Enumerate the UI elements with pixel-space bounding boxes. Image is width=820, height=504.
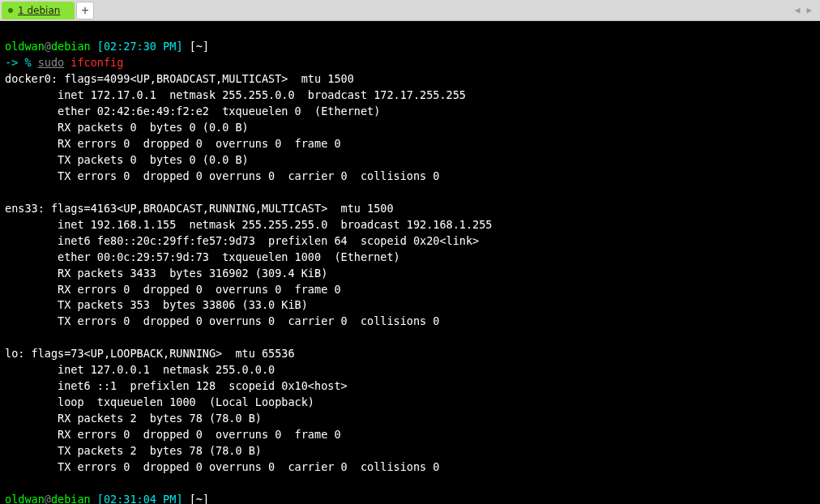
iface-lo-l4: RX packets 2 bytes 78 (78.0 B) (5, 412, 262, 425)
prompt2-at: @ (45, 493, 51, 504)
iface-docker0-l5: TX packets 0 bytes 0 (0.0 B) (5, 153, 249, 166)
tab-scroll-left-icon[interactable]: ◀ (795, 5, 801, 15)
iface-ens33-l3: ether 00:0c:29:57:9d:73 txqueuelen 1000 … (5, 250, 400, 263)
prompt-at: @ (45, 40, 51, 53)
cmd-sudo: sudo (38, 56, 65, 69)
cmd-ifconfig: ifconfig (70, 56, 123, 69)
iface-ens33-l5: RX errors 0 dropped 0 overruns 0 frame 0 (5, 283, 341, 296)
terminal-viewport[interactable]: oldwan@debian [02:27:30 PM] [~] -> % sud… (0, 21, 820, 504)
prompt-host: debian (51, 40, 91, 53)
new-tab-button[interactable]: + (76, 2, 94, 19)
iface-ens33-l6: TX packets 353 bytes 33806 (33.0 KiB) (5, 298, 308, 311)
iface-docker0-l4: RX errors 0 dropped 0 overruns 0 frame 0 (5, 137, 341, 150)
iface-ens33-l7: TX errors 0 dropped 0 overruns 0 carrier… (5, 314, 439, 327)
iface-lo-l6: TX packets 2 bytes 78 (78.0 B) (5, 444, 262, 457)
prompt2-time: [02:31:04 PM] (97, 493, 183, 504)
iface-lo-l2: inet6 ::1 prefixlen 128 scopeid 0x10<hos… (5, 379, 348, 392)
prompt-time: [02:27:30 PM] (97, 40, 183, 53)
plus-icon: + (81, 3, 88, 18)
iface-docker0-l6: TX errors 0 dropped 0 overruns 0 carrier… (5, 169, 439, 182)
iface-ens33-l4: RX packets 3433 bytes 316902 (309.4 KiB) (5, 267, 327, 280)
tab-label: 1 debian (18, 5, 60, 16)
iface-docker0-head: docker0: flags=4099<UP,BROADCAST,MULTICA… (5, 72, 354, 85)
iface-lo-l3: loop txqueuelen 1000 (Local Loopback) (5, 395, 314, 408)
ps2-arrow: -> (5, 56, 18, 69)
prompt-cwd: [~] (190, 40, 209, 53)
tab-scroll-right-icon[interactable]: ▶ (806, 5, 812, 15)
iface-lo-l1: inet 127.0.0.1 netmask 255.0.0.0 (5, 363, 275, 376)
iface-lo-l5: RX errors 0 dropped 0 overruns 0 frame 0 (5, 428, 341, 441)
tab-scroll-controls: ◀ ▶ (795, 5, 818, 15)
prompt-user: oldwan (5, 40, 45, 53)
iface-lo-head: lo: flags=73<UP,LOOPBACK,RUNNING> mtu 65… (5, 347, 295, 360)
prompt2-user: oldwan (5, 493, 45, 504)
tab-bar: 1 debian + ◀ ▶ (0, 0, 820, 21)
iface-docker0-l2: ether 02:42:6e:49:f2:e2 txqueuelen 0 (Et… (5, 105, 380, 117)
tab-debian[interactable]: 1 debian (2, 2, 75, 19)
iface-ens33-l1: inet 192.168.1.155 netmask 255.255.255.0… (5, 218, 492, 231)
iface-docker0-l1: inet 172.17.0.1 netmask 255.255.0.0 broa… (5, 88, 466, 101)
iface-lo-l7: TX errors 0 dropped 0 overruns 0 carrier… (5, 460, 439, 473)
iface-ens33-l2: inet6 fe80::20c:29ff:fe57:9d73 prefixlen… (5, 234, 479, 247)
prompt2-cwd: [~] (190, 493, 209, 504)
iface-docker0-l3: RX packets 0 bytes 0 (0.0 B) (5, 121, 249, 134)
prompt2-host: debian (51, 493, 91, 504)
iface-ens33-head: ens33: flags=4163<UP,BROADCAST,RUNNING,M… (5, 202, 394, 215)
tab-indicator-icon (8, 8, 13, 13)
ps2-percent: % (24, 56, 31, 69)
